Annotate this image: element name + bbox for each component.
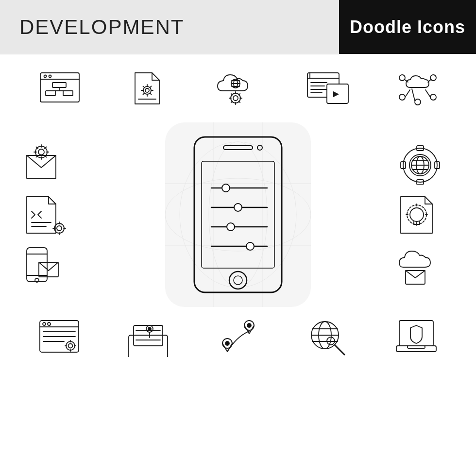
icon-code-file-settings [15,194,87,236]
svg-point-127 [66,341,75,350]
svg-point-123 [48,323,51,325]
header-left: DEVELOPMENT [0,0,339,54]
svg-point-10 [145,88,149,92]
svg-line-50 [425,90,430,97]
icon-location-pins [218,317,261,358]
icon-globe-gear [389,143,461,185]
header-right: Doodle Icons [339,0,476,54]
svg-line-16 [150,93,151,95]
svg-point-67 [57,226,62,231]
svg-point-89 [222,184,230,192]
icon-file-settings [128,69,167,108]
svg-point-140 [148,327,151,330]
icon-network-cloud [397,70,439,107]
header: DEVELOPMENT Doodle Icons [0,0,476,54]
svg-rect-154 [408,346,425,348]
middle-section [15,122,461,307]
svg-rect-87 [202,161,274,268]
svg-line-28 [231,101,232,102]
page-title: DEVELOPMENT [19,16,184,39]
center-feature-icon [102,122,374,307]
center-icon-background [165,122,311,307]
svg-point-46 [430,94,436,100]
svg-line-49 [405,90,410,97]
icon-browser-video [305,70,351,107]
bottom-icon-row [15,317,461,358]
svg-rect-7 [46,91,55,96]
svg-line-18 [150,86,151,88]
svg-line-27 [238,101,240,102]
left-icon-column [15,143,87,287]
svg-point-44 [399,94,405,100]
svg-point-91 [234,204,242,211]
top-icon-row [15,64,461,113]
svg-line-15 [143,86,144,88]
svg-line-29 [238,94,240,95]
svg-point-144 [247,323,251,327]
svg-point-55 [38,149,44,155]
main-content [0,54,476,368]
svg-line-51 [412,89,415,101]
svg-point-45 [415,99,421,105]
svg-line-17 [143,93,144,95]
icon-email-settings [15,143,87,185]
right-icon-column [389,143,461,287]
brand-name: Doodle Icons [350,17,465,37]
svg-line-150 [335,345,344,355]
svg-point-109 [410,208,424,221]
icon-cloud-email [389,245,461,287]
svg-point-128 [68,343,72,348]
icon-mobile-email [15,245,87,287]
svg-rect-152 [399,321,433,346]
svg-rect-4 [52,83,66,87]
svg-point-122 [43,323,46,325]
svg-point-3 [49,75,51,77]
svg-point-21 [233,96,238,101]
svg-point-86 [257,145,262,150]
icon-cloud-settings [213,69,259,108]
svg-point-142 [225,341,229,345]
icon-idea-gear [389,194,461,236]
svg-point-95 [246,242,254,250]
icon-browser-settings [37,318,81,357]
svg-rect-85 [223,146,253,150]
svg-line-26 [231,94,232,95]
svg-rect-153 [396,346,436,352]
svg-rect-84 [194,137,282,292]
svg-point-93 [227,223,235,231]
svg-point-2 [44,75,46,77]
icon-search-globe [306,317,350,358]
svg-point-96 [229,272,247,289]
icon-laptop-shield [395,318,439,357]
svg-rect-8 [63,91,73,96]
icon-website-hierarchy [38,70,82,107]
icon-laptop-location [126,318,172,357]
svg-point-97 [234,276,242,285]
